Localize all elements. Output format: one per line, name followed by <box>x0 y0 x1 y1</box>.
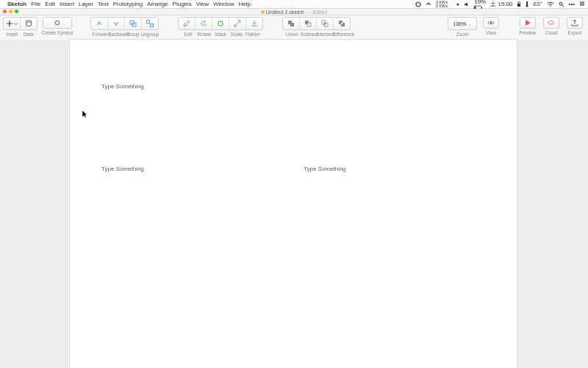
toolbar-group-edit: Edit Rotate Mask Scale Flatten <box>178 15 263 40</box>
status-clock[interactable]: 土 15:00 <box>490 0 512 8</box>
union-label: Union <box>284 32 301 37</box>
view-button[interactable] <box>483 17 499 29</box>
status-overflow-icon[interactable]: ••• <box>569 0 575 8</box>
intersect-button[interactable] <box>317 18 334 29</box>
status-sound-icon[interactable] <box>464 1 470 7</box>
backward-button[interactable] <box>108 18 125 29</box>
macos-menu-bar: Sketch File Edit Insert Layer Text Proto… <box>0 0 588 9</box>
document-icon <box>261 10 265 14</box>
menu-window[interactable]: Window <box>213 0 234 8</box>
menu-edit[interactable]: Edit <box>45 0 55 8</box>
preview-button[interactable] <box>520 17 536 29</box>
difference-icon <box>338 20 345 27</box>
toolbar: Insert Data Create Symbol Forward Backwa… <box>0 15 588 41</box>
status-wifi-icon[interactable] <box>547 1 554 7</box>
text-layer-2[interactable]: Type Something <box>101 166 144 172</box>
status-thermometer-icon[interactable] <box>526 1 528 7</box>
flatten-button[interactable] <box>246 18 262 29</box>
menu-layer[interactable]: Layer <box>79 0 93 8</box>
svg-rect-6 <box>526 1 528 5</box>
export-label: Export <box>568 30 582 35</box>
subtract-button[interactable] <box>300 18 317 29</box>
union-button[interactable] <box>283 18 300 29</box>
menu-help[interactable]: Help <box>238 0 250 8</box>
scale-label: Scale <box>229 32 245 37</box>
svg-point-14 <box>261 10 264 13</box>
play-icon <box>524 19 531 26</box>
svg-point-0 <box>416 2 420 7</box>
mouse-cursor-icon <box>82 110 88 120</box>
status-notifications-icon[interactable] <box>579 1 585 7</box>
svg-point-1 <box>457 3 459 5</box>
menu-view[interactable]: View <box>196 0 209 8</box>
toolbar-export: Export <box>564 15 585 40</box>
window-minimize-button[interactable] <box>9 10 12 13</box>
difference-label: Difference <box>333 32 349 37</box>
app-menu[interactable]: Sketch <box>7 0 26 8</box>
group-icon <box>129 20 137 27</box>
toolbar-group-insert-data: Insert Data <box>3 15 37 40</box>
window-zoom-button[interactable] <box>15 10 18 13</box>
menu-plugins[interactable]: Plugins <box>173 0 192 8</box>
svg-point-18 <box>55 21 60 25</box>
canvas-workspace[interactable]: Type Something Type Something Type Somet… <box>0 40 588 368</box>
svg-point-7 <box>526 4 528 7</box>
subtract-icon <box>304 20 312 27</box>
menu-prototyping[interactable]: Prototyping <box>113 0 143 8</box>
window-close-button[interactable] <box>3 10 7 13</box>
intersect-label: Intersect <box>317 32 333 37</box>
subtract-label: Subtract <box>301 32 317 37</box>
create-symbol-button[interactable] <box>43 17 72 29</box>
cloud-button[interactable] <box>543 17 559 29</box>
backward-label: Backward <box>109 32 125 37</box>
status-temperature: 63° <box>533 0 542 8</box>
difference-button[interactable] <box>334 18 350 29</box>
toolbar-create-symbol: Create Symbol <box>40 15 74 40</box>
chevron-down-icon: ⌄ <box>467 21 471 26</box>
cloud-label: Cloud <box>545 30 558 35</box>
edit-button[interactable] <box>179 18 196 29</box>
group-button[interactable] <box>125 18 142 29</box>
svg-point-23 <box>218 21 223 26</box>
mask-button[interactable] <box>212 18 229 29</box>
toolbar-group-boolean: Union Subtract Intersect Difference <box>282 15 351 40</box>
status-lock-icon[interactable] <box>517 1 521 7</box>
status-circle-icon[interactable] <box>415 1 421 7</box>
preview-label: Preview <box>519 30 536 35</box>
rotate-button[interactable] <box>196 18 212 29</box>
chevron-down-icon <box>14 22 18 26</box>
menu-file[interactable]: File <box>31 0 40 8</box>
create-symbol-label: Create Symbol <box>42 30 74 35</box>
menu-insert[interactable]: Insert <box>60 0 74 8</box>
group-label: Group <box>125 32 141 37</box>
text-layer-1[interactable]: Type Something <box>101 83 144 90</box>
toolbar-group-arrange: Forward Backward Group Ungroup <box>90 15 159 40</box>
toolbar-cloud: Cloud <box>541 15 562 40</box>
flatten-label: Flatten <box>245 32 261 37</box>
flatten-icon <box>251 20 258 27</box>
toolbar-preview: Preview <box>517 15 538 40</box>
scale-button[interactable] <box>229 18 246 29</box>
svg-rect-29 <box>324 23 326 24</box>
svg-rect-21 <box>147 21 150 24</box>
forward-button[interactable] <box>91 18 108 29</box>
ungroup-button[interactable] <box>142 18 158 29</box>
status-network-speed: 3 KB/s2 KB/s <box>436 1 448 8</box>
menu-text[interactable]: Text <box>98 0 109 8</box>
database-icon <box>25 20 32 27</box>
svg-rect-5 <box>517 4 520 7</box>
status-puzzle-icon[interactable] <box>426 1 431 7</box>
data-button[interactable] <box>21 18 37 29</box>
insert-button[interactable] <box>4 18 21 29</box>
zoom-dropdown[interactable]: 106% ⌄ <box>448 17 477 30</box>
cloud-icon <box>548 19 555 26</box>
text-layer-3[interactable]: Type Something <box>304 166 346 172</box>
artboard[interactable]: Type Something Type Something Type Somet… <box>70 40 517 368</box>
window-titlebar: Untitled 2.sketch — Edited <box>0 9 588 15</box>
export-button[interactable] <box>567 17 583 29</box>
menu-arrange[interactable]: Arrange <box>147 0 168 8</box>
intersect-icon <box>321 20 329 27</box>
svg-point-17 <box>26 21 32 23</box>
status-spotlight-icon[interactable] <box>559 1 564 7</box>
toolbar-view: View <box>481 15 501 40</box>
